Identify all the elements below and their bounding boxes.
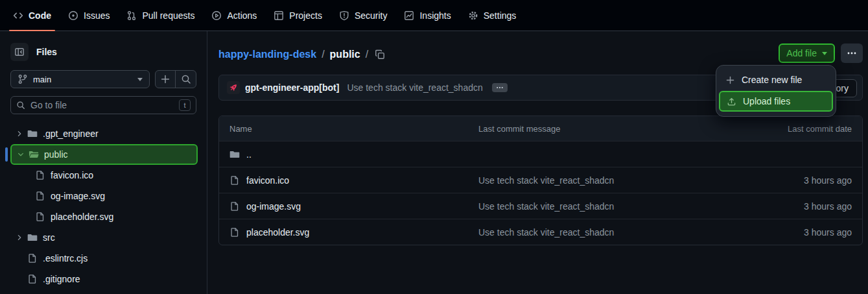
tab-security[interactable]: Security bbox=[333, 0, 394, 31]
chevron-right-icon bbox=[16, 234, 23, 241]
more-options-button[interactable] bbox=[841, 43, 863, 63]
breadcrumb-separator: / bbox=[322, 49, 324, 60]
ellipsis-icon bbox=[496, 84, 504, 92]
menu-item-label: Create new file bbox=[742, 75, 802, 85]
commit-details-toggle[interactable] bbox=[492, 83, 508, 92]
new-file-button[interactable] bbox=[156, 71, 176, 88]
rocket-logo-icon bbox=[228, 82, 239, 93]
search-tree-button[interactable] bbox=[176, 71, 196, 88]
tree-item-og-image[interactable]: og-image.svg bbox=[10, 186, 198, 206]
folder-open-icon bbox=[29, 149, 39, 160]
tab-label: Pull requests bbox=[142, 10, 194, 21]
upload-icon bbox=[727, 97, 736, 106]
file-link[interactable]: og-image.svg bbox=[246, 201, 301, 212]
shortcut-key-badge: t bbox=[179, 99, 191, 111]
file-icon bbox=[229, 227, 240, 238]
breadcrumb-repo-link[interactable]: happy-landing-desk bbox=[218, 49, 316, 60]
add-file-label: Add file bbox=[786, 48, 817, 58]
tree-item-eslintrc[interactable]: .eslintrc.cjs bbox=[10, 248, 198, 269]
shield-icon bbox=[339, 10, 349, 21]
file-icon bbox=[35, 170, 45, 180]
tab-label: Security bbox=[355, 10, 388, 21]
tree-item-label: favicon.ico bbox=[51, 170, 93, 180]
plus-icon bbox=[725, 75, 735, 85]
table-row-placeholder[interactable]: placeholder.svg Use tech stack vite_reac… bbox=[219, 219, 862, 245]
side-panel-icon bbox=[14, 47, 25, 57]
code-icon bbox=[13, 10, 23, 21]
table-row-og-image[interactable]: og-image.svg Use tech stack vite_react_s… bbox=[219, 193, 862, 219]
table-header-row: Name Last commit message Last commit dat… bbox=[219, 116, 862, 141]
tab-label: Issues bbox=[84, 10, 110, 21]
commit-message-link[interactable]: Use tech stack vite_react_shadcn bbox=[478, 175, 726, 186]
go-to-file-box: t bbox=[10, 96, 196, 114]
tab-code[interactable]: Code bbox=[6, 0, 58, 31]
avatar[interactable] bbox=[227, 81, 240, 94]
issue-opened-icon bbox=[68, 10, 78, 21]
tab-label: Actions bbox=[227, 10, 257, 21]
tree-item-favicon[interactable]: favicon.ico bbox=[10, 165, 198, 186]
file-link[interactable]: favicon.ico bbox=[246, 175, 289, 186]
file-table: Name Last commit message Last commit dat… bbox=[218, 116, 863, 245]
tab-projects[interactable]: Projects bbox=[267, 0, 329, 31]
commit-message-link[interactable]: Use tech stack vite_react_shadcn bbox=[478, 227, 726, 238]
tab-pull-requests[interactable]: Pull requests bbox=[120, 0, 201, 31]
menu-item-label: Upload files bbox=[743, 96, 790, 106]
table-row-parent-dir[interactable]: .. bbox=[219, 141, 862, 167]
tab-label: Code bbox=[29, 10, 51, 21]
table-icon bbox=[274, 10, 284, 21]
menu-item-upload-files[interactable]: Upload files bbox=[719, 91, 833, 112]
gear-icon bbox=[468, 10, 478, 21]
kebab-horizontal-icon bbox=[847, 48, 857, 58]
commit-message-link[interactable]: Use tech stack vite_react_shadcn bbox=[347, 82, 482, 93]
tree-item-label: .gitignore bbox=[43, 274, 80, 284]
file-icon bbox=[27, 274, 38, 284]
copy-icon bbox=[375, 49, 385, 60]
file-icon bbox=[229, 201, 240, 212]
branch-selector[interactable]: main bbox=[10, 70, 150, 88]
file-link[interactable]: .. bbox=[246, 149, 252, 160]
menu-item-create-new-file[interactable]: Create new file bbox=[716, 70, 836, 90]
commit-date-cell: 3 hours ago bbox=[726, 201, 862, 212]
git-pull-request-icon bbox=[126, 10, 137, 21]
add-file-button[interactable]: Add file bbox=[779, 43, 835, 63]
branch-name: main bbox=[33, 75, 51, 84]
col-header-date: Last commit date bbox=[726, 124, 862, 134]
commit-message-link[interactable]: Use tech stack vite_react_shadcn bbox=[478, 201, 726, 212]
files-sidebar: Files main t .gpt_engineer bbox=[0, 31, 207, 294]
sidebar-title: Files bbox=[36, 47, 57, 57]
folder-icon bbox=[27, 129, 38, 139]
git-branch-icon bbox=[18, 74, 28, 84]
breadcrumb-current: public bbox=[330, 49, 360, 60]
tree-item-label: src bbox=[43, 232, 55, 243]
repo-nav: Code Issues Pull requests Actions Projec… bbox=[0, 0, 868, 31]
file-link[interactable]: placeholder.svg bbox=[246, 227, 309, 238]
tree-item-placeholder[interactable]: placeholder.svg bbox=[10, 206, 198, 227]
tab-insights[interactable]: Insights bbox=[397, 0, 457, 31]
tab-actions[interactable]: Actions bbox=[205, 0, 263, 31]
copy-path-button[interactable] bbox=[375, 49, 385, 60]
main-content: happy-landing-desk / public / Add file g… bbox=[208, 31, 868, 294]
tree-item-src[interactable]: src bbox=[10, 227, 198, 248]
table-row-favicon[interactable]: favicon.ico Use tech stack vite_react_sh… bbox=[219, 167, 862, 193]
file-icon bbox=[35, 212, 45, 222]
tab-settings[interactable]: Settings bbox=[462, 0, 523, 31]
tree-item-public[interactable]: public bbox=[10, 144, 198, 165]
tab-issues[interactable]: Issues bbox=[62, 0, 116, 31]
tree-item-gpt-engineer[interactable]: .gpt_engineer bbox=[10, 123, 198, 144]
tree-item-label: public bbox=[44, 149, 68, 160]
col-header-message: Last commit message bbox=[478, 124, 560, 134]
collapse-sidebar-button[interactable] bbox=[10, 43, 29, 61]
go-to-file-input[interactable] bbox=[30, 100, 174, 110]
tree-item-label: placeholder.svg bbox=[51, 212, 113, 222]
graph-icon bbox=[404, 10, 414, 21]
commit-date-cell: 3 hours ago bbox=[726, 175, 862, 186]
file-icon bbox=[27, 253, 38, 263]
commit-author-link[interactable]: gpt-engineer-app[bot] bbox=[245, 82, 339, 93]
chevron-down-icon bbox=[17, 151, 25, 158]
folder-icon bbox=[229, 149, 240, 160]
tree-item-gitignore[interactable]: .gitignore bbox=[10, 269, 198, 289]
chevron-right-icon bbox=[16, 130, 23, 138]
breadcrumb-separator: / bbox=[366, 49, 368, 60]
tree-item-label: og-image.svg bbox=[51, 191, 105, 201]
tab-label: Settings bbox=[484, 10, 517, 21]
